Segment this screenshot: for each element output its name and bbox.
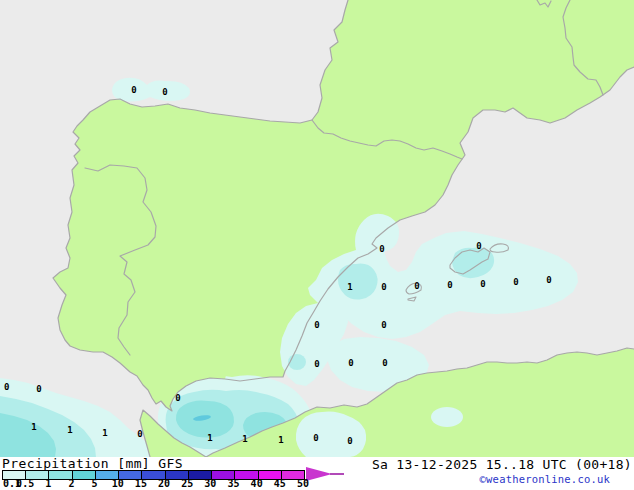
precip-value-label: 1 [278, 435, 283, 445]
scale-tick-labels: 0.10.5125101520253035404550 [0, 478, 360, 490]
precip-value-label: 1 [67, 425, 72, 435]
precip-value-label: 1 [242, 434, 247, 444]
precip-value-label: 0 [137, 429, 142, 439]
scale-arrow-tail [330, 473, 344, 475]
precipitation-map: 0000100000000000000111011100 [0, 0, 634, 457]
precip-value-label: 0 [379, 244, 384, 254]
precip-value-label: 0 [131, 85, 136, 95]
precip-value-label: 0 [36, 384, 41, 394]
precip-value-label: 0 [546, 275, 551, 285]
scale-tick-label: 1 [45, 478, 51, 489]
precip-value-label: 0 [314, 359, 319, 369]
precip-value-label: 1 [31, 422, 36, 432]
scale-tick-label: 0.5 [16, 478, 34, 489]
precip-value-label: 0 [162, 87, 167, 97]
map-area: 0000100000000000000111011100 [0, 0, 634, 457]
precip-value-label: 0 [4, 382, 9, 392]
scale-tick-label: 45 [274, 478, 286, 489]
scale-tick-label: 10 [112, 478, 124, 489]
precip-value-label: 0 [348, 358, 353, 368]
scale-tick-label: 15 [135, 478, 147, 489]
scale-tick-label: 30 [204, 478, 216, 489]
scale-tick-label: 50 [297, 478, 309, 489]
scale-tick-label: 5 [92, 478, 98, 489]
precip-value-label: 0 [175, 393, 180, 403]
weather-map-page: 0000100000000000000111011100 Precipitati… [0, 0, 634, 490]
precip-value-label: 1 [347, 282, 352, 292]
precip-value-label: 0 [414, 281, 419, 291]
precip-value-label: 1 [102, 428, 107, 438]
legend-title: Precipitation [mm] GFS [2, 456, 183, 471]
precip-value-label: 0 [347, 436, 352, 446]
forecast-timestamp: Sa 13-12-2025 15..18 UTC (00+18) [372, 457, 632, 472]
precip-value-label: 1 [207, 433, 212, 443]
scale-tick-label: 35 [227, 478, 239, 489]
scale-tick-label: 40 [251, 478, 263, 489]
precip-value-label: 0 [382, 358, 387, 368]
legend-bar: Precipitation [mm] GFS 0.10.512510152025… [0, 457, 634, 490]
precip-value-label: 0 [513, 277, 518, 287]
scale-tick-label: 20 [158, 478, 170, 489]
precip-value-label: 0 [313, 433, 318, 443]
precip-value-label: 0 [381, 282, 386, 292]
precip-value-label: 0 [314, 320, 319, 330]
copyright-link[interactable]: ©weatheronline.co.uk [480, 473, 610, 485]
precip-value-label: 0 [480, 279, 485, 289]
scale-tick-label: 2 [68, 478, 74, 489]
scale-tick-label: 25 [181, 478, 193, 489]
precip-value-label: 0 [476, 241, 481, 251]
precip-value-label: 0 [381, 320, 386, 330]
precip-value-label: 0 [447, 280, 452, 290]
